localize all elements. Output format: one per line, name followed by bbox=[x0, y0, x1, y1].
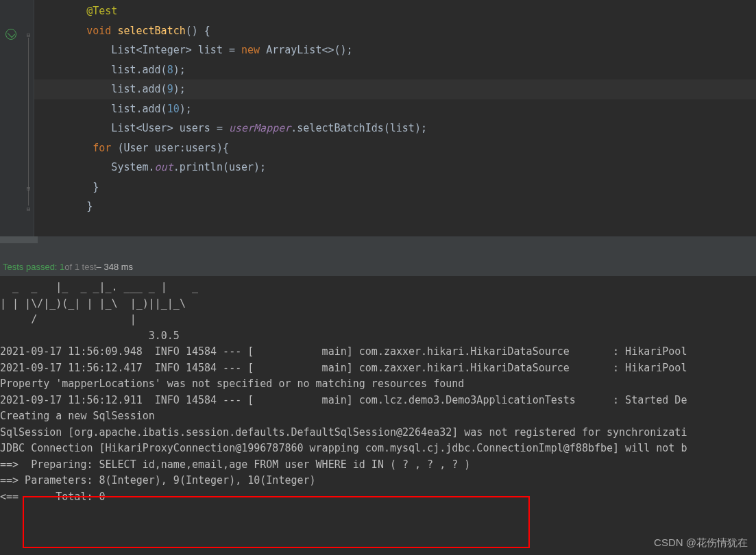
panel-gap bbox=[0, 243, 756, 257]
fold-line bbox=[28, 38, 29, 206]
console-line: ==> Preparing: SELECT id,name,email,age … bbox=[0, 457, 756, 473]
code-line: for (User user:users){ bbox=[34, 138, 756, 158]
code-line: List<User> users = userMapper.selectBatc… bbox=[34, 119, 756, 138]
console-line: 2021-09-17 11:56:09.948 INFO 14584 --- [… bbox=[0, 344, 756, 360]
run-test-icon[interactable] bbox=[5, 29, 16, 40]
watermark: CSDN @花伤情犹在 bbox=[654, 536, 748, 550]
code-line: } bbox=[34, 177, 756, 197]
code-line: void selectBatch() { bbox=[34, 21, 756, 41]
gutter-icons-column bbox=[0, 0, 24, 236]
code-editor[interactable]: ⊟ ⊟ ⊟ @Test void selectBatch() { List<In… bbox=[0, 0, 756, 236]
annotation-highlight-box bbox=[23, 496, 530, 548]
test-passed-label: Tests passed: 1 bbox=[3, 262, 64, 272]
code-line-caret: list.add(9); bbox=[34, 79, 756, 99]
test-count-label: of 1 test bbox=[64, 262, 96, 272]
console-line: SqlSession [org.apache.ibatis.session.de… bbox=[0, 425, 756, 441]
console-line: / | bbox=[0, 312, 756, 328]
fold-up-icon[interactable]: ⊟ bbox=[25, 185, 32, 191]
console-line: Property 'mapperLocations' was not speci… bbox=[0, 376, 756, 393]
code-content[interactable]: @Test void selectBatch() { List<Integer>… bbox=[34, 0, 756, 236]
code-line: } bbox=[34, 197, 756, 217]
console-line: _ _ |_ _ _|_. ___ _ | _ bbox=[0, 280, 756, 296]
horizontal-scrollbar[interactable] bbox=[0, 236, 756, 243]
scrollbar-thumb[interactable] bbox=[0, 236, 38, 243]
console-line: 2021-09-17 11:56:12.911 INFO 14584 --- [… bbox=[0, 393, 756, 409]
code-line: System.out.println(user); bbox=[34, 158, 756, 177]
code-line: List<Integer> list = new ArrayList<>(); bbox=[34, 40, 756, 60]
console-line: 2021-09-17 11:56:12.417 INFO 14584 --- [… bbox=[0, 360, 756, 377]
fold-up-icon[interactable]: ⊟ bbox=[25, 206, 32, 212]
code-line: list.add(10); bbox=[34, 99, 756, 119]
test-status-bar: Tests passed: 1 of 1 test – 348 ms bbox=[0, 257, 756, 276]
console-line: 3.0.5 bbox=[0, 328, 756, 345]
code-line: @Test bbox=[34, 1, 756, 21]
console-line: JDBC Connection [HikariProxyConnection@1… bbox=[0, 441, 756, 457]
fold-down-icon[interactable]: ⊟ bbox=[25, 32, 32, 38]
code-line: list.add(8); bbox=[34, 60, 756, 80]
test-duration-label: – 348 ms bbox=[97, 262, 133, 272]
gutter-fold-column: ⊟ ⊟ ⊟ bbox=[24, 0, 34, 236]
console-line: Creating a new SqlSession bbox=[0, 408, 756, 425]
console-line: ==> Parameters: 8(Integer), 9(Integer), … bbox=[0, 473, 756, 489]
console-line: | | |\/|_)(_| | |_\ |_)||_|_\ bbox=[0, 296, 756, 312]
